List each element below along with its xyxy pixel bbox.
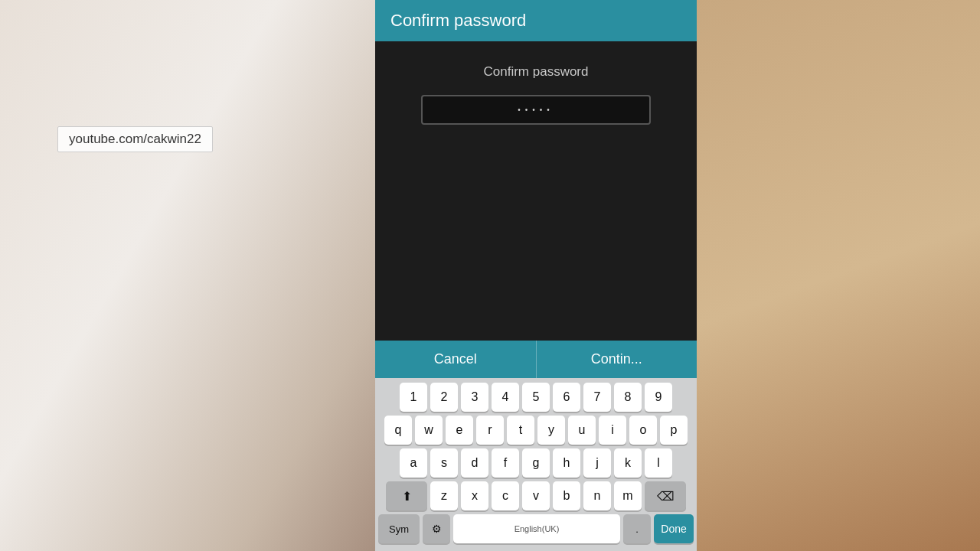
title-bar-text: Confirm password	[390, 11, 526, 31]
key-6[interactable]: 6	[553, 383, 580, 412]
key-5[interactable]: 5	[522, 383, 550, 412]
keyboard-row-zxcv: ⬆ z x c v b n m ⌫	[378, 481, 694, 510]
phone-device: Confirm password Confirm password ••••• …	[375, 0, 697, 551]
key-c[interactable]: c	[492, 481, 519, 510]
key-j[interactable]: j	[583, 448, 611, 478]
left-hand-background	[0, 0, 375, 551]
dialog-area: Confirm password •••••	[375, 41, 697, 341]
key-3[interactable]: 3	[461, 383, 488, 412]
key-z[interactable]: z	[430, 481, 458, 510]
key-u[interactable]: u	[568, 416, 596, 445]
title-bar: Confirm password	[375, 0, 697, 41]
key-7[interactable]: 7	[583, 383, 611, 412]
key-w[interactable]: w	[415, 416, 443, 445]
key-s[interactable]: s	[430, 448, 458, 478]
watermark-text: youtube.com/cakwin22	[69, 132, 201, 146]
key-y[interactable]: y	[537, 416, 565, 445]
key-t[interactable]: t	[507, 416, 534, 445]
key-v[interactable]: v	[522, 481, 550, 510]
key-9[interactable]: 9	[645, 383, 672, 412]
key-h[interactable]: h	[553, 448, 580, 478]
done-key[interactable]: Done	[654, 514, 694, 543]
key-n[interactable]: n	[583, 481, 611, 510]
key-m[interactable]: m	[614, 481, 642, 510]
watermark: youtube.com/cakwin22	[57, 126, 213, 152]
key-q[interactable]: q	[384, 416, 412, 445]
sym-key[interactable]: Sym	[378, 514, 420, 543]
key-e[interactable]: e	[446, 416, 473, 445]
key-r[interactable]: r	[476, 416, 504, 445]
key-b[interactable]: b	[553, 481, 580, 510]
keyboard-row-numbers: 1 2 3 4 5 6 7 8 9	[378, 383, 694, 412]
key-i[interactable]: i	[599, 416, 626, 445]
spacebar-label: English(UK)	[514, 524, 560, 533]
password-input-box[interactable]: •••••	[421, 95, 651, 125]
continue-button[interactable]: Contin...	[537, 341, 697, 378]
key-k[interactable]: k	[614, 448, 642, 478]
period-key[interactable]: .	[623, 514, 651, 543]
cancel-button[interactable]: Cancel	[375, 341, 537, 378]
key-2[interactable]: 2	[430, 383, 458, 412]
keyboard-row-asdf: a s d f g h j k l	[378, 448, 694, 478]
key-x[interactable]: x	[461, 481, 488, 510]
password-dots: •••••	[518, 106, 554, 114]
spacebar-key[interactable]: English(UK)	[453, 514, 620, 543]
keyboard-row-qwerty: q w e r t y u i o p	[378, 416, 694, 445]
keyboard-bottom-row: Sym ⚙ English(UK) . Done	[378, 514, 694, 543]
dialog-label: Confirm password	[484, 64, 589, 80]
right-hand-background	[689, 0, 980, 551]
action-bar: Cancel Contin...	[375, 341, 697, 378]
key-g[interactable]: g	[522, 448, 550, 478]
key-1[interactable]: 1	[400, 383, 427, 412]
settings-key[interactable]: ⚙	[423, 514, 450, 543]
key-p[interactable]: p	[660, 416, 688, 445]
key-o[interactable]: o	[629, 416, 657, 445]
key-f[interactable]: f	[492, 448, 519, 478]
key-l[interactable]: l	[645, 448, 672, 478]
key-a[interactable]: a	[400, 448, 427, 478]
backspace-key[interactable]: ⌫	[645, 481, 686, 510]
keyboard: 1 2 3 4 5 6 7 8 9 q w e r t y u i o	[375, 378, 697, 551]
shift-key[interactable]: ⬆	[386, 481, 427, 510]
key-4[interactable]: 4	[492, 383, 519, 412]
key-d[interactable]: d	[461, 448, 488, 478]
phone-screen: Confirm password Confirm password ••••• …	[375, 0, 697, 551]
key-8[interactable]: 8	[614, 383, 642, 412]
